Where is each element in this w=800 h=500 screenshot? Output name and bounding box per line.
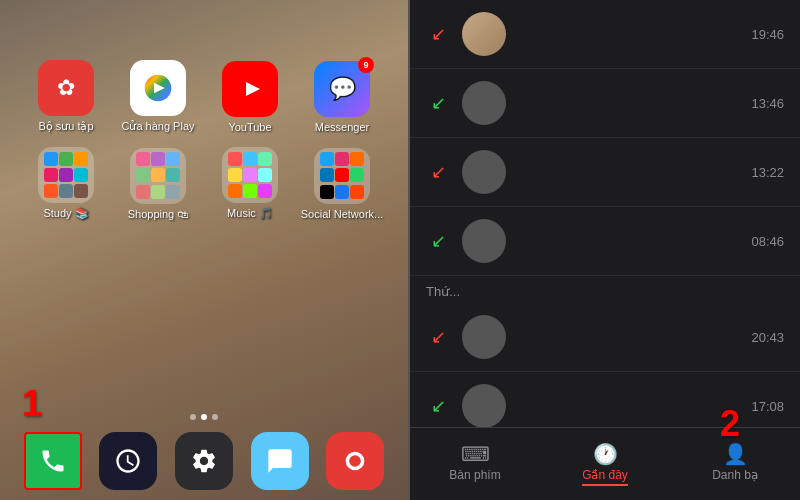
call-log-panel: ↙ 19:46 ↙ 13:46 ↙ 13:22 ↙ 08:46 Thứ... ↙: [410, 0, 800, 500]
call-time-6: 17:08: [751, 399, 784, 414]
call-photo-6: [462, 384, 506, 427]
page-dots: [190, 414, 218, 420]
call-time-4: 08:46: [751, 234, 784, 249]
study-folder-icon[interactable]: [38, 147, 94, 203]
call-time-1: 19:46: [751, 27, 784, 42]
play-icon[interactable]: [130, 60, 186, 116]
keypad-icon: ⌨: [461, 442, 490, 466]
social-label: Social Network...: [301, 208, 384, 220]
nav-keypad-label: Bàn phím: [449, 468, 500, 482]
call-item-2[interactable]: ↙ 13:46: [410, 69, 800, 138]
music-label: Music 🎵: [227, 207, 273, 220]
bst-label: Bộ sưu tập: [38, 120, 93, 133]
social-folder-icon[interactable]: [314, 148, 370, 204]
missed-call-icon-3: ↙: [426, 161, 450, 183]
call-item-3[interactable]: ↙ 13:22: [410, 138, 800, 207]
received-call-icon-6: ↙: [426, 395, 450, 417]
folder-shopping[interactable]: Shopping 🛍: [118, 148, 198, 220]
bst-icon[interactable]: ✿: [38, 60, 94, 116]
call-photo-1: [462, 12, 506, 56]
play-label: Cửa hàng Play: [121, 120, 194, 133]
messenger-label: Messenger: [315, 121, 369, 133]
dock-bubble[interactable]: [251, 432, 309, 490]
messenger-badge: 9: [358, 57, 374, 73]
phone-home-screen: ✿ Bộ sưu tập: [0, 0, 410, 500]
folder-music[interactable]: Music 🎵: [210, 147, 290, 220]
missed-call-icon-1: ↙: [426, 23, 450, 45]
shopping-folder-icon[interactable]: [130, 148, 186, 204]
step-2-label: 2: [720, 403, 740, 445]
call-item-6[interactable]: ↙ 17:08: [410, 372, 800, 427]
music-folder-icon[interactable]: [222, 147, 278, 203]
call-item-4[interactable]: ↙ 08:46: [410, 207, 800, 276]
dot-2: [201, 414, 207, 420]
nav-contacts-label: Danh bạ: [712, 468, 758, 482]
call-item-1[interactable]: ↙ 19:46: [410, 0, 800, 69]
recent-icon: 🕐: [593, 442, 618, 466]
call-time-5: 20:43: [751, 330, 784, 345]
app-play[interactable]: Cửa hàng Play: [118, 60, 198, 133]
dock-phone[interactable]: [24, 432, 82, 490]
dot-3: [212, 414, 218, 420]
dot-1: [190, 414, 196, 420]
nav-keypad[interactable]: ⌨ Bàn phím: [410, 438, 540, 490]
svg-point-4: [349, 455, 361, 467]
app-youtube[interactable]: YouTube: [210, 61, 290, 133]
youtube-icon[interactable]: [222, 61, 278, 117]
missed-call-icon-5: ↙: [426, 326, 450, 348]
received-call-icon-4: ↙: [426, 230, 450, 252]
app-bst[interactable]: ✿ Bộ sưu tập: [26, 60, 106, 133]
folder-social[interactable]: Social Network...: [302, 148, 382, 220]
dock-settings[interactable]: [175, 432, 233, 490]
call-photo-3: [462, 150, 506, 194]
app-row-2: Study 📚 Shopping 🛍: [20, 147, 388, 220]
nav-recent[interactable]: 🕐 Gần đây: [540, 438, 670, 490]
call-photo-5: [462, 315, 506, 359]
step-1-label: 1: [22, 383, 42, 425]
shopping-label: Shopping 🛍: [128, 208, 189, 220]
bottom-nav: ⌨ Bàn phím 🕐 Gần đây 👤 Danh bạ: [410, 427, 800, 500]
section-header: Thứ...: [410, 276, 800, 303]
received-call-icon-2: ↙: [426, 92, 450, 114]
nav-recent-label: Gần đây: [582, 468, 628, 486]
app-messenger[interactable]: 💬 9 Messenger: [302, 61, 382, 133]
app-row-1: ✿ Bộ sưu tập: [20, 60, 388, 133]
call-item-5[interactable]: ↙ 20:43: [410, 303, 800, 372]
call-time-2: 13:46: [751, 96, 784, 111]
dock-clock[interactable]: [99, 432, 157, 490]
nav-contacts[interactable]: 👤 Danh bạ: [670, 438, 800, 490]
call-list: ↙ 19:46 ↙ 13:46 ↙ 13:22 ↙ 08:46 Thứ... ↙: [410, 0, 800, 427]
messenger-icon[interactable]: 💬 9: [314, 61, 370, 117]
youtube-label: YouTube: [228, 121, 271, 133]
study-label: Study 📚: [43, 207, 88, 220]
app-grid: ✿ Bộ sưu tập: [20, 60, 388, 220]
dock-screenrec[interactable]: [326, 432, 384, 490]
folder-study[interactable]: Study 📚: [26, 147, 106, 220]
contacts-icon: 👤: [723, 442, 748, 466]
call-photo-2: [462, 81, 506, 125]
dock: [0, 432, 408, 490]
call-time-3: 13:22: [751, 165, 784, 180]
call-photo-4: [462, 219, 506, 263]
